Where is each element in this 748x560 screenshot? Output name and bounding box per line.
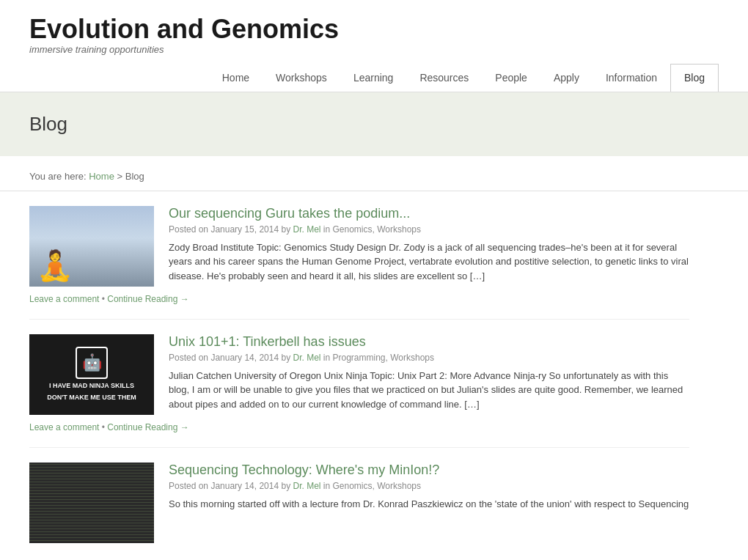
post-3-meta: Posted on January 14, 2014 by Dr. Mel in… [169,481,689,491]
post-2-author[interactable]: Dr. Mel [293,353,320,363]
post-3-thumbnail [29,463,154,543]
post-3-content: Sequencing Technology: Where's my MinIon… [169,463,689,543]
post-2-continue-reading[interactable]: Continue Reading → [107,422,188,432]
post-1-meta: Posted on January 15, 2014 by Dr. Mel in… [169,224,689,235]
nav-blog[interactable]: Blog [670,64,719,92]
post-2-content: Unix 101+1: Tinkerbell has issues Posted… [169,334,689,415]
post-2-meta: Posted on January 14, 2014 by Dr. Mel in… [169,353,689,363]
page-title-bar: Blog [0,92,748,156]
site-header: Evolution and Genomics immersive trainin… [0,0,748,92]
post-1-thumbnail [29,206,154,287]
nav-information[interactable]: Information [593,65,670,91]
post-3-title[interactable]: Sequencing Technology: Where's my MinIon… [169,463,689,478]
main-content: Our sequencing Guru takes the podium... … [0,206,719,543]
post-1-content: Our sequencing Guru takes the podium... … [169,206,689,287]
post-1-date: January 15, 2014 [210,224,279,235]
post-2-leave-comment[interactable]: Leave a comment [29,422,99,432]
post-separator-2 [29,447,689,448]
post-1-continue-reading[interactable]: Continue Reading → [107,294,188,304]
page-title: Blog [29,113,719,136]
post-separator-1 [29,319,689,320]
post-2-thumbnail: 🤖 I HAVE MAD NINJA SKILLS DON'T MAKE ME … [29,334,154,415]
nav-workshops[interactable]: Workshops [263,65,340,91]
post-1-title[interactable]: Our sequencing Guru takes the podium... [169,206,689,221]
post-3-author[interactable]: Dr. Mel [293,481,320,491]
blog-post-1: Our sequencing Guru takes the podium... … [29,206,689,287]
breadcrumb-home-link[interactable]: Home [89,171,114,182]
breadcrumb-current: Blog [125,171,144,182]
nav-apply[interactable]: Apply [540,65,593,91]
ninja-text-1: I HAVE MAD NINJA SKILLS [49,382,134,391]
post-2-categories: Programming, Workshops [333,353,435,363]
blog-post-2: 🤖 I HAVE MAD NINJA SKILLS DON'T MAKE ME … [29,334,689,415]
main-nav: Home Workshops Learning Resources People… [29,64,719,92]
breadcrumb: You are here: Home > Blog [0,171,748,191]
blog-post-3: Sequencing Technology: Where's my MinIon… [29,463,689,543]
post-1-leave-comment[interactable]: Leave a comment [29,294,99,304]
site-title: Evolution and Genomics [29,15,719,44]
post-1-excerpt: Zody Broad Institute Topic: Genomics Stu… [169,240,689,284]
post-1-footer: Leave a comment • Continue Reading → [29,294,689,304]
ninja-icon: 🤖 [76,347,108,379]
nav-people[interactable]: People [482,65,540,91]
site-subtitle: immersive training opportunities [29,44,719,55]
nav-learning[interactable]: Learning [340,65,407,91]
ninja-text-2: DON'T MAKE ME USE THEM [47,394,136,402]
post-3-excerpt: So this morning started off with a lectu… [169,497,689,512]
post-2-footer: Leave a comment • Continue Reading → [29,422,689,432]
post-3-categories: Genomics, Workshops [333,481,422,491]
nav-home[interactable]: Home [209,65,263,91]
post-2-excerpt: Julian Catchen University of Oregon Unix… [169,369,689,412]
post-3-date: January 14, 2014 [210,481,279,491]
post-2-title[interactable]: Unix 101+1: Tinkerbell has issues [169,334,689,350]
post-1-author[interactable]: Dr. Mel [293,224,320,235]
post-1-categories: Genomics, Workshops [333,224,422,235]
nav-resources[interactable]: Resources [406,65,482,91]
post-2-date: January 14, 2014 [210,353,279,363]
